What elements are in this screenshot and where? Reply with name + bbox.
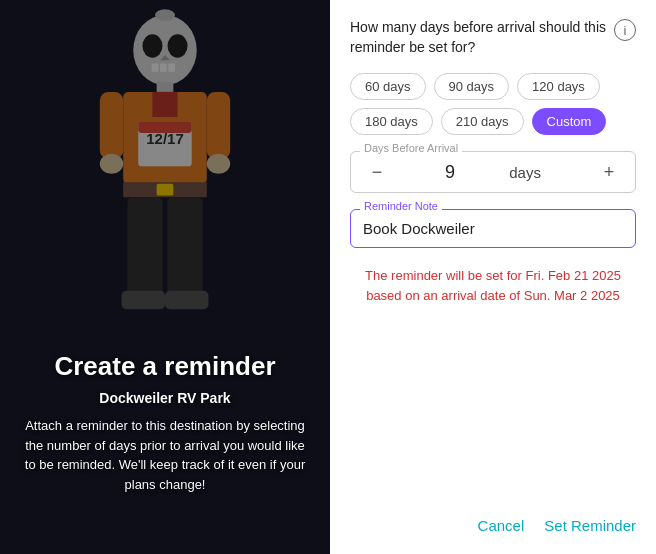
day-pill-0[interactable]: 60 days [350, 73, 426, 100]
days-input-row: − 9 days + [350, 151, 636, 193]
days-value: 9 [445, 162, 455, 183]
set-reminder-button[interactable]: Set Reminder [544, 517, 636, 534]
reminder-note-input[interactable] [350, 209, 636, 248]
question-text: How many days before arrival should this… [350, 18, 614, 57]
page-title: Create a reminder [20, 351, 310, 382]
increment-button[interactable]: + [595, 158, 623, 186]
day-pill-3[interactable]: 180 days [350, 108, 433, 135]
decrement-button[interactable]: − [363, 158, 391, 186]
left-content: Create a reminder Dockweiler RV Park Att… [0, 351, 330, 494]
days-unit: days [509, 164, 541, 181]
right-panel: How many days before arrival should this… [330, 0, 656, 554]
reminder-date-info: The reminder will be set for Fri. Feb 21… [350, 262, 636, 309]
days-before-arrival-field: Days Before Arrival − 9 days + [350, 151, 636, 193]
left-panel: 12/17 Create a reminder Dockweiler RV Pa… [0, 0, 330, 554]
question-row: How many days before arrival should this… [350, 18, 636, 57]
reminder-note-label: Reminder Note [360, 200, 442, 212]
park-name: Dockweiler RV Park [20, 390, 310, 406]
day-pill-2[interactable]: 120 days [517, 73, 600, 100]
days-field-label: Days Before Arrival [360, 142, 462, 154]
day-pill-5[interactable]: Custom [532, 108, 607, 135]
reminder-note-group: Reminder Note [350, 209, 636, 248]
description-text: Attach a reminder to this destination by… [20, 416, 310, 494]
day-pill-1[interactable]: 90 days [434, 73, 510, 100]
cancel-button[interactable]: Cancel [478, 517, 525, 534]
day-pills-grid: 60 days90 days120 days180 days210 daysCu… [350, 73, 636, 135]
info-icon[interactable]: i [614, 19, 636, 41]
footer-buttons: Cancel Set Reminder [350, 505, 636, 534]
day-pill-4[interactable]: 210 days [441, 108, 524, 135]
